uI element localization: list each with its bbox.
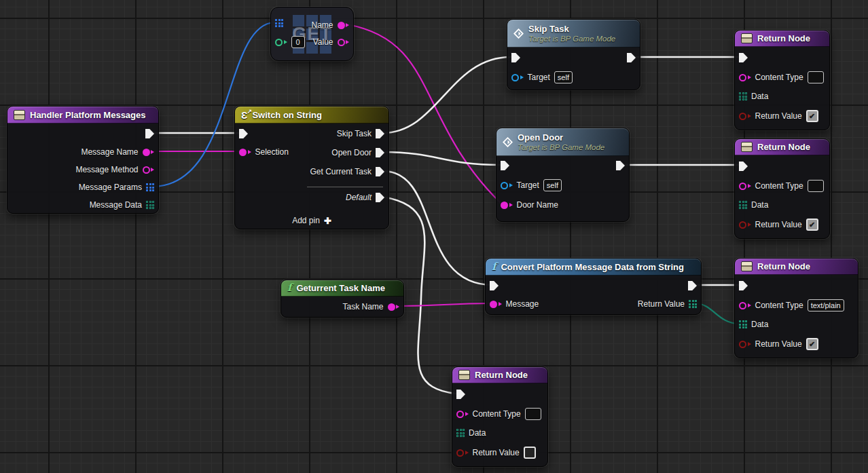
pin-row-exec[interactable] xyxy=(511,50,520,66)
node-skip-task[interactable]: Skip TaskTarget is BP Game ModeTargetsel… xyxy=(507,19,640,90)
node-header[interactable]: Handler Platform Messages xyxy=(7,107,158,124)
node-header[interactable]: Open DoorTarget is BP Game Mode xyxy=(496,128,629,156)
exec-pin-icon[interactable] xyxy=(739,53,748,62)
pin-row-return-value[interactable]: Return Value✔ xyxy=(739,336,818,352)
node-convert-platform-message-data-from-string[interactable]: fConvert Platform Message Data from Stri… xyxy=(485,258,702,315)
exec-pin-icon[interactable] xyxy=(739,281,748,290)
pin-checkbox[interactable]: ✔ xyxy=(806,219,818,231)
pin-checkbox[interactable] xyxy=(524,447,536,459)
data-pin-icon[interactable] xyxy=(739,320,747,328)
exec-pin-icon[interactable] xyxy=(739,162,748,171)
string-pin-icon[interactable] xyxy=(239,149,251,156)
pin-row-message-params[interactable]: Message Params xyxy=(79,179,154,195)
pin-row-message-data[interactable]: Message Data xyxy=(90,197,154,213)
node-return-node-4[interactable]: Return NodeContent TypeDataReturn Value xyxy=(452,366,548,467)
exec-pin-icon[interactable] xyxy=(627,53,636,62)
node-handler-platform-messages[interactable]: Handler Platform MessagesMessage NameMes… xyxy=(7,106,159,214)
node-header[interactable]: Return Node xyxy=(452,367,547,383)
pin-literal-input[interactable] xyxy=(808,71,824,83)
node-header[interactable]: fGeturrent Task Name xyxy=(281,280,403,297)
pin-row-grid-blue[interactable] xyxy=(275,15,283,31)
exec-pin-icon[interactable] xyxy=(376,193,384,202)
node-open-door[interactable]: Open DoorTarget is BP Game ModeTargetsel… xyxy=(496,128,630,222)
pin-row-exec[interactable] xyxy=(616,157,625,174)
exec-pin-icon[interactable] xyxy=(376,148,384,157)
string-pin-icon[interactable] xyxy=(739,183,751,190)
pin-literal-input[interactable]: text/plain xyxy=(808,299,844,311)
pin-literal-input[interactable] xyxy=(808,180,824,192)
pin-literal-input[interactable]: self xyxy=(554,71,573,83)
pin-row-skip-task[interactable]: Skip Task xyxy=(337,126,384,142)
node-header[interactable]: Skip TaskTarget is BP Game Mode xyxy=(507,20,640,48)
node-switch-on-string[interactable]: Ɛ↗Switch on StringSelectionSkip TaskOpen… xyxy=(234,106,389,229)
pin-row-exec[interactable] xyxy=(688,278,697,294)
node-get-node[interactable]: GET0NameValue xyxy=(270,7,354,61)
node-header[interactable]: Return Node xyxy=(735,139,829,155)
pin-row-data[interactable]: Data xyxy=(739,197,768,213)
data-pin-icon[interactable] xyxy=(456,429,465,437)
exec-pin-icon[interactable] xyxy=(376,129,384,138)
pin-row-value[interactable]: Value xyxy=(313,34,349,50)
pin-row-message[interactable]: Message xyxy=(490,296,539,312)
exec-pin-icon[interactable] xyxy=(511,53,520,62)
string-pin-icon[interactable] xyxy=(501,202,513,209)
pin-row-content-type[interactable]: Content Typetext/plain xyxy=(739,297,844,314)
pin-row-return-value[interactable]: Return Value xyxy=(638,296,697,312)
node-header[interactable]: fConvert Platform Message Data from Stri… xyxy=(486,259,701,276)
pin-row-get-current-task[interactable]: Get Current Task xyxy=(310,164,384,180)
pin-row-data[interactable]: Data xyxy=(739,88,768,105)
node-geturrent-task-name[interactable]: fGeturrent Task NameTask Name xyxy=(281,280,404,318)
pin-checkbox[interactable]: ✔ xyxy=(806,110,818,122)
pin-row-content-type[interactable]: Content Type xyxy=(739,178,824,194)
data-pin-icon[interactable] xyxy=(689,300,697,308)
pin-row-exec[interactable] xyxy=(501,157,509,174)
data-pin-icon[interactable] xyxy=(146,201,154,209)
exec-pin-icon[interactable] xyxy=(239,129,248,138)
index-pin-icon[interactable] xyxy=(275,39,287,46)
array-pin-icon[interactable] xyxy=(146,183,154,191)
pin-row-index[interactable]: 0 xyxy=(275,34,305,50)
return-pin-icon[interactable] xyxy=(739,113,751,120)
pin-row-exec[interactable] xyxy=(490,278,499,294)
pin-row-exec[interactable] xyxy=(456,386,465,402)
pin-row-selection[interactable]: Selection xyxy=(239,144,289,160)
string-pin-icon[interactable] xyxy=(388,303,400,311)
pin-row-name[interactable]: Name xyxy=(311,17,349,33)
pin-row-open-door[interactable]: Open Door xyxy=(331,145,384,161)
string-pin-icon[interactable] xyxy=(338,22,350,29)
node-return-node-2[interactable]: Return NodeContent TypeDataReturn Value✔ xyxy=(734,138,830,239)
wire-opendoor-exec[interactable] xyxy=(382,152,500,165)
pin-row-exec[interactable] xyxy=(739,158,748,174)
pin-literal-input[interactable] xyxy=(525,408,541,420)
pin-row-exec[interactable] xyxy=(239,126,248,142)
pin-row-content-type[interactable]: Content Type xyxy=(739,69,824,86)
pin-row-door-name[interactable]: Door Name xyxy=(501,197,558,213)
string-pin-icon[interactable] xyxy=(143,149,155,156)
pin-row-target[interactable]: Targetself xyxy=(511,69,573,86)
pin-checkbox[interactable]: ✔ xyxy=(806,338,818,350)
string-pin-icon[interactable] xyxy=(338,39,350,46)
pin-literal-input[interactable]: self xyxy=(543,179,562,191)
pin-row-return-value[interactable]: Return Value xyxy=(456,444,536,461)
object-pin-icon[interactable] xyxy=(501,182,513,189)
return-pin-icon[interactable] xyxy=(456,449,469,457)
exec-pin-icon[interactable] xyxy=(376,167,384,176)
pin-row-target[interactable]: Targetself xyxy=(501,177,562,193)
string-pin-icon[interactable] xyxy=(490,301,502,308)
blueprint-graph-canvas[interactable]: Handler Platform MessagesMessage NameMes… xyxy=(0,0,868,473)
node-return-node-1[interactable]: Return NodeContent TypeDataReturn Value✔ xyxy=(734,30,830,130)
node-header[interactable]: Ɛ↗Switch on String xyxy=(235,107,388,124)
wire-getcurrenttask-exec[interactable] xyxy=(382,171,493,285)
pin-row-exec[interactable] xyxy=(739,278,748,294)
pin-row-return-value[interactable]: Return Value✔ xyxy=(739,108,818,124)
exec-pin-icon[interactable] xyxy=(501,161,509,170)
pin-row-exec[interactable] xyxy=(145,126,154,142)
pin-row-default[interactable]: Default xyxy=(346,189,384,206)
pin-row-message-name[interactable]: Message Name xyxy=(81,144,154,160)
wire-skiptask-exec[interactable] xyxy=(382,57,511,133)
exec-pin-icon[interactable] xyxy=(490,281,499,290)
pin-row-exec[interactable] xyxy=(739,50,748,66)
data-pin-icon[interactable] xyxy=(739,92,747,100)
string-pin-icon[interactable] xyxy=(456,411,469,418)
node-return-node-3[interactable]: Return NodeContent Typetext/plainDataRet… xyxy=(734,258,858,358)
